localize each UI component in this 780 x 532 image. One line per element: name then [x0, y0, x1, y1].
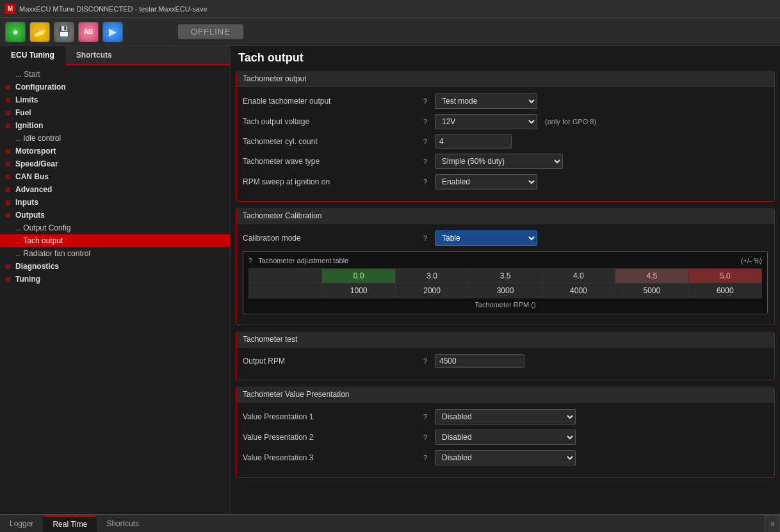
table-row-values: 0.0 3.0 3.5 4.0 4.5 5.0: [249, 269, 762, 284]
vp1-label: Value Presentation 1: [243, 412, 416, 421]
cyl-count-input[interactable]: [435, 134, 512, 149]
toolbar: ● 📂 💾 AB ▶ OFFLINE: [0, 18, 780, 46]
dot-icon: ...: [15, 250, 20, 257]
dot-icon: ...: [15, 135, 20, 142]
table-x-axis-label: Tachometer RPM (): [248, 301, 762, 309]
section-header-test: Tachometer test: [236, 332, 774, 348]
nav-label: CAN Bus: [15, 172, 49, 181]
voltage-help[interactable]: ?: [421, 118, 430, 125]
output-rpm-input[interactable]: [435, 354, 524, 368]
section-body-tachometer-output: Enable tachometer output ? Test mode Dis…: [236, 87, 774, 201]
calibration-mode-help[interactable]: ?: [421, 234, 430, 242]
section-header-calibration: Tachometer Calibration: [236, 208, 774, 224]
wave-type-select[interactable]: Simple (50% duty) Complex: [435, 154, 563, 169]
vp3-select[interactable]: Disabled: [435, 450, 576, 465]
rpm-sweep-select[interactable]: Enabled Disabled: [435, 174, 537, 189]
section-tachometer-output: Tachometer output Enable tachometer outp…: [236, 71, 775, 202]
adj-table-title: ? Tachometer adjustment table (+/- %): [248, 257, 762, 264]
tab-shortcuts[interactable]: Shortcuts: [65, 46, 123, 64]
calibration-mode-select[interactable]: Table None Custom: [435, 230, 537, 246]
section-value-presentation: Tachometer Value Presentation Value Pres…: [236, 387, 775, 478]
table-cell[interactable]: 3.0: [395, 269, 468, 284]
sidebar-item-speed-gear[interactable]: ⊞ Speed/Gear: [0, 157, 230, 170]
sidebar-item-idle-control[interactable]: ... Idle control: [0, 132, 230, 145]
form-row-cyl-count: Tachometer cyl. count ?: [243, 134, 768, 149]
sidebar-item-configuration[interactable]: ⊞ Configuration: [0, 81, 230, 93]
sidebar-item-output-config[interactable]: ... Output Config: [0, 222, 230, 234]
nav-start[interactable]: ... Start: [0, 68, 230, 81]
calibration-mode-label: Calibration mode: [243, 234, 416, 243]
app-icon: M: [5, 4, 15, 14]
dot-icon: ...: [15, 238, 20, 245]
main-layout: ECU Tuning Shortcuts ... Start ⊞ Configu…: [0, 46, 780, 514]
enable-help[interactable]: ?: [421, 97, 430, 105]
vp1-help[interactable]: ?: [421, 413, 430, 421]
play-button[interactable]: ▶: [102, 22, 123, 42]
save-button[interactable]: 💾: [54, 22, 74, 42]
rpm-sweep-help[interactable]: ?: [421, 178, 430, 186]
expand-icon: ⊞: [5, 84, 13, 91]
form-row-calibration-mode: Calibration mode ? Table None Custom: [243, 230, 768, 246]
form-row-vp2: Value Presentation 2 ? Disabled: [243, 430, 768, 445]
sidebar-item-radiator-fan[interactable]: ... Radiator fan control: [0, 247, 230, 260]
vp2-select[interactable]: Disabled: [435, 430, 576, 445]
sidebar-item-tach-output[interactable]: ... Tach output: [0, 234, 230, 247]
sidebar-item-fuel[interactable]: ⊞ Fuel: [0, 106, 230, 119]
table-cell[interactable]: [249, 269, 322, 284]
nav-label: Advanced: [15, 185, 52, 194]
form-row-rpm-sweep: RPM sweep at ignition on ? Enabled Disab…: [243, 174, 768, 189]
section-header-tachometer-output: Tachometer output: [236, 71, 774, 87]
nav-sub-label: Radiator fan control: [23, 249, 90, 258]
sidebar-item-motorsport[interactable]: ⊞ Motorsport: [0, 145, 230, 157]
ab-button[interactable]: AB: [78, 22, 99, 42]
enable-select[interactable]: Test mode Disabled Enabled: [435, 93, 537, 109]
vp1-select[interactable]: Disabled: [435, 409, 576, 424]
voltage-select[interactable]: 12V 5V: [435, 114, 537, 129]
voltage-label: Tach output voltage: [243, 117, 416, 126]
sidebar-item-limits[interactable]: ⊞ Limits: [0, 93, 230, 106]
tab-shortcuts-bottom[interactable]: Shortcuts: [97, 515, 149, 532]
rpm-sweep-label: RPM sweep at ignition on: [243, 177, 416, 186]
table-cell[interactable]: 3.5: [469, 269, 542, 284]
vp3-help[interactable]: ?: [421, 454, 430, 462]
open-button[interactable]: 📂: [29, 22, 50, 42]
table-cell[interactable]: 4.0: [542, 269, 615, 284]
wave-type-help[interactable]: ?: [421, 157, 430, 165]
table-cell[interactable]: 0.0: [322, 269, 395, 284]
vp2-help[interactable]: ?: [421, 433, 430, 441]
nav-label: Fuel: [15, 108, 31, 117]
table-cell: [249, 284, 322, 298]
tab-logger[interactable]: Logger: [0, 515, 43, 532]
table-cell: 6000: [688, 284, 761, 298]
nav-sub-label: Idle control: [23, 134, 61, 143]
sidebar-item-tuning[interactable]: ⊞ Tuning: [0, 273, 230, 286]
sidebar-item-ignition[interactable]: ⊞ Ignition: [0, 119, 230, 132]
sidebar-item-can-bus[interactable]: ⊞ CAN Bus: [0, 170, 230, 183]
sidebar-item-outputs[interactable]: ⊞ Outputs: [0, 209, 230, 222]
nav-sub-label: Tach output: [23, 236, 63, 245]
adj-table-label: ? Tachometer adjustment table: [248, 257, 348, 264]
table-cell: 4000: [542, 284, 615, 298]
sidebar-item-diagnostics[interactable]: ⊞ Diagnostics: [0, 260, 230, 273]
expand-icon: ⊞: [5, 122, 13, 129]
tab-realtime[interactable]: Real Time: [43, 515, 97, 532]
table-row-rpm: 1000 2000 3000 4000 5000 6000: [249, 284, 762, 298]
expand-icon: ⊞: [5, 173, 13, 181]
tab-ecu-tuning[interactable]: ECU Tuning: [0, 46, 65, 65]
output-rpm-label: Output RPM: [243, 357, 416, 366]
nav-label: Outputs: [15, 211, 45, 220]
table-cell[interactable]: 5.0: [688, 269, 761, 284]
sidebar-item-inputs[interactable]: ⊞ Inputs: [0, 196, 230, 209]
table-cell[interactable]: 4.5: [615, 269, 688, 284]
output-rpm-help[interactable]: ?: [421, 357, 430, 365]
expand-icon: ⊞: [5, 199, 13, 206]
sidebar-item-advanced[interactable]: ⊞ Advanced: [0, 183, 230, 196]
tab-end[interactable]: a: [765, 515, 780, 532]
title-bar: M MaxxECU MTune DISCONNECTED - testar.Ma…: [0, 0, 780, 18]
sidebar-nav: ... Start ⊞ Configuration ⊞ Limits ⊞ Fue…: [0, 65, 230, 514]
form-row-vp1: Value Presentation 1 ? Disabled: [243, 409, 768, 424]
cyl-count-help[interactable]: ?: [421, 138, 430, 145]
adjustment-table-wrapper: ? Tachometer adjustment table (+/- %) 0.…: [243, 251, 768, 314]
adj-table-help[interactable]: ?: [248, 257, 252, 264]
connect-button[interactable]: ●: [5, 22, 26, 42]
